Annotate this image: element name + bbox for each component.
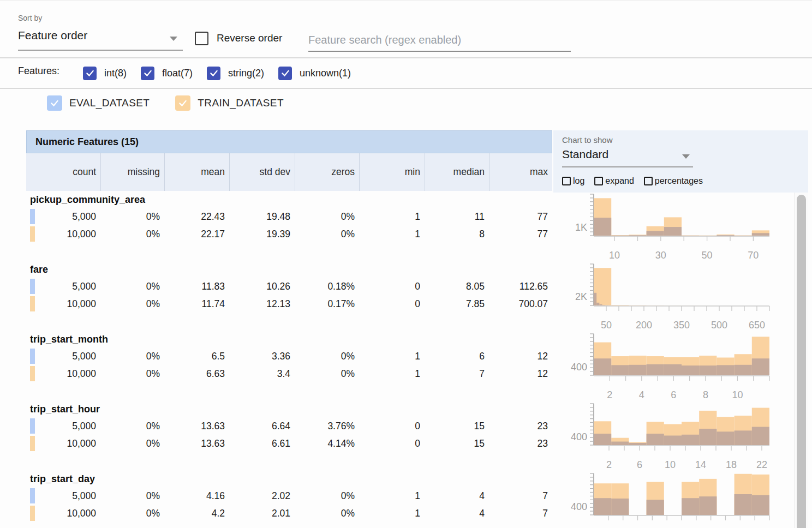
- hist-bar-eval_dataset: [752, 358, 769, 375]
- check-icon: [178, 98, 188, 108]
- hist-bar-eval_dataset: [647, 231, 664, 236]
- stat-count: 5,000: [26, 349, 100, 364]
- hist-bar-eval_dataset: [594, 293, 596, 305]
- chart-controls-panel: Chart to show Standard logexpandpercenta…: [553, 130, 808, 193]
- stat-median: 15: [425, 436, 489, 451]
- hist-bar-eval_dataset: [664, 227, 682, 236]
- stat-min: 1: [359, 366, 425, 381]
- stat-zeros: 0%: [295, 506, 359, 521]
- stat-row-train: 10,0000%6.633.40%1712: [26, 366, 552, 381]
- stat-count: 5,000: [26, 209, 100, 224]
- stat-row-eval: 5,0000%22.4319.480%11177: [26, 209, 552, 224]
- x-axis-tick-label: 30: [655, 250, 666, 261]
- reverse-order-checkbox[interactable]: [195, 32, 208, 45]
- check-icon: [143, 68, 153, 78]
- x-axis-tick-label: 8: [703, 389, 708, 400]
- train-color-chip: [30, 366, 35, 381]
- divider: [0, 57, 812, 58]
- dataset-checkbox-checked-icon[interactable]: [47, 95, 62, 111]
- vertical-scrollbar-thumb[interactable]: [797, 195, 806, 528]
- hist-bar-eval_dataset: [699, 365, 717, 375]
- y-axis-label: 400: [571, 501, 587, 512]
- checkbox-checked-icon[interactable]: [141, 67, 154, 80]
- feature-type-filter: int(8): [83, 67, 127, 80]
- feature-block-trip_start_month: trip_start_month5,0000%6.53.360%161210,0…: [26, 331, 789, 400]
- chart-to-show-dropdown[interactable]: Standard: [562, 148, 693, 167]
- stat-median: 8: [425, 226, 489, 242]
- hist-bar-eval_dataset: [717, 431, 734, 445]
- x-axis-tick-label: 2: [607, 389, 612, 400]
- stats-column-header-row: countmissingmeanstd devzerosminmedianmax: [26, 153, 552, 191]
- hist-bar-eval_dataset: [611, 365, 629, 375]
- hist-bar-eval_dataset: [717, 365, 734, 375]
- stat-median: 6: [425, 349, 489, 364]
- stat-median: 4: [425, 506, 489, 521]
- x-axis-tick-label: 10: [732, 389, 743, 400]
- stat-max: 23: [489, 436, 552, 451]
- stat-mean: 11.74: [164, 296, 229, 311]
- feature-name: trip_start_month: [30, 334, 108, 345]
- x-axis-tick-label: 22: [756, 459, 767, 470]
- sort-by-dropdown[interactable]: Feature order: [18, 29, 183, 51]
- hist-bar-eval_dataset: [735, 494, 752, 515]
- x-axis-tick-label: 14: [695, 459, 706, 470]
- stat-count: 5,000: [26, 488, 100, 503]
- hist-bar-eval_dataset: [599, 304, 602, 305]
- column-header: count: [26, 153, 100, 191]
- stat-mean: 4.2: [164, 506, 229, 521]
- stat-count: 10,000: [26, 436, 100, 451]
- checkbox-unchecked-icon[interactable]: [562, 177, 571, 185]
- checkbox-unchecked-icon[interactable]: [644, 177, 653, 185]
- checkbox-checked-icon[interactable]: [278, 67, 292, 80]
- eval-color-chip: [30, 488, 35, 503]
- checkbox-checked-icon[interactable]: [83, 67, 97, 80]
- stat-missing: 0%: [100, 226, 164, 242]
- stat-row-eval: 5,0000%13.636.643.76%01523: [26, 418, 552, 434]
- dataset-legend-item: TRAIN_DATASET: [175, 95, 284, 111]
- stat-std_dev: 19.48: [229, 209, 295, 224]
- stat-std_dev: 2.01: [229, 506, 295, 521]
- divider: [0, 88, 812, 89]
- stat-std_dev: 19.39: [229, 226, 295, 242]
- histogram-trip_start_hour: 4002610141822: [562, 400, 789, 470]
- stat-max: 12: [489, 366, 552, 381]
- chart-option-checkboxes: logexpandpercentages: [562, 176, 703, 186]
- eval-color-chip: [30, 279, 35, 294]
- dataset-checkbox-checked-icon[interactable]: [175, 95, 190, 111]
- checkbox-checked-icon[interactable]: [207, 67, 220, 80]
- hist-bar-eval_dataset: [594, 218, 611, 236]
- hist-bar-eval_dataset: [717, 235, 734, 236]
- chevron-down-icon: [682, 154, 690, 159]
- reverse-order-label: Reverse order: [217, 32, 282, 44]
- stat-row-eval: 5,0000%11.8310.260.18%08.05112.65: [26, 279, 552, 294]
- check-icon: [85, 68, 95, 78]
- hist-bar-eval_dataset: [735, 430, 752, 445]
- hist-bar-eval_dataset: [735, 365, 752, 375]
- feature-name: trip_start_day: [30, 473, 95, 485]
- feature-name: fare: [30, 264, 48, 275]
- stat-median: 11: [425, 209, 489, 224]
- column-header: zeros: [295, 153, 359, 191]
- column-header: median: [425, 153, 489, 191]
- histogram-trip_start_month: 400246810: [562, 331, 789, 400]
- vertical-scrollbar-track[interactable]: [794, 193, 808, 528]
- stat-mean: 11.83: [164, 279, 229, 294]
- feature-block-pickup_community_area: pickup_community_area5,0000%22.4319.480%…: [26, 191, 789, 261]
- checkbox-unchecked-icon[interactable]: [594, 177, 603, 185]
- stat-zeros: 3.76%: [295, 418, 359, 434]
- y-axis-label: 400: [571, 431, 587, 442]
- feature-search-input[interactable]: [308, 29, 571, 52]
- column-header: min: [359, 153, 425, 191]
- histogram-pickup_community_area: 1K10305070: [562, 191, 789, 261]
- check-icon: [280, 68, 290, 78]
- hist-bar-eval_dataset: [629, 443, 646, 445]
- stat-median: 4: [425, 488, 489, 503]
- stat-min: 0: [359, 436, 425, 451]
- stat-missing: 0%: [100, 279, 164, 294]
- column-header: missing: [100, 153, 164, 191]
- stat-zeros: 0%: [295, 366, 359, 381]
- stat-zeros: 0.18%: [295, 279, 359, 294]
- hist-bar-eval_dataset: [594, 434, 611, 445]
- stat-mean: 6.5: [164, 349, 229, 364]
- train-color-chip: [30, 506, 35, 521]
